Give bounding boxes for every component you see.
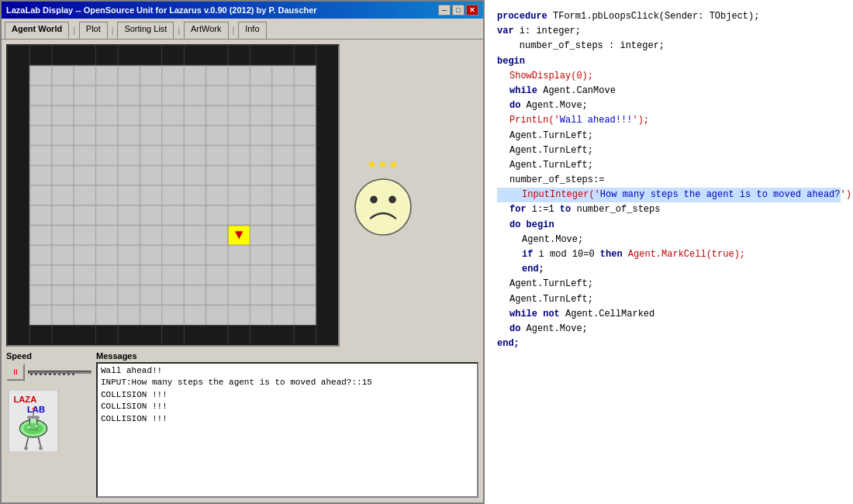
svg-rect-8 bbox=[27, 416, 40, 419]
message-line-3: COLLISION !!! bbox=[101, 389, 474, 401]
tab-divider-4: | bbox=[230, 22, 238, 39]
dot bbox=[40, 373, 42, 375]
code-line-4: begin bbox=[497, 54, 841, 69]
code-line-21: while not Agent.CellMarked bbox=[497, 307, 841, 322]
code-line-12: number_of_steps:= bbox=[497, 173, 841, 188]
smiley-panel: ★ ★ ★ bbox=[346, 44, 420, 347]
speed-dots bbox=[29, 371, 91, 377]
code-line-10: Agent.TurnLeft; bbox=[497, 143, 841, 158]
dot bbox=[54, 373, 56, 375]
code-panel: procedure TForm1.pbLoopsClick(Sender: TO… bbox=[485, 0, 853, 504]
dot bbox=[35, 373, 37, 375]
code-line-16: Agent.Move; bbox=[497, 233, 841, 247]
svg-point-17 bbox=[32, 407, 34, 409]
dot bbox=[44, 373, 47, 375]
code-line-6: while Agent.CanMove bbox=[497, 84, 841, 98]
tab-info[interactable]: Info bbox=[238, 22, 266, 39]
message-line-5: COLLISION !!! bbox=[101, 413, 474, 425]
tab-plot[interactable]: Plot bbox=[79, 22, 108, 39]
svg-point-2 bbox=[389, 195, 396, 203]
speed-panel: Speed ⏸ bbox=[6, 351, 92, 498]
speed-controls: ⏸ bbox=[6, 364, 92, 381]
message-line-4: COLLISION !!! bbox=[101, 401, 474, 413]
speed-label: Speed bbox=[6, 351, 92, 361]
code-line-22: do Agent.Move; bbox=[497, 322, 841, 337]
svg-point-9 bbox=[23, 423, 43, 433]
messages-panel: Messages Wall ahead!! INPUT:How many ste… bbox=[96, 351, 478, 498]
title-text: LazaLab Display -- OpenSource Unit for L… bbox=[6, 5, 317, 15]
speed-slider[interactable] bbox=[28, 371, 92, 374]
tab-artwork[interactable]: ArtWork bbox=[184, 22, 229, 39]
tab-divider-1: | bbox=[70, 22, 78, 39]
star-2: ★ bbox=[378, 154, 387, 173]
dot bbox=[63, 373, 65, 375]
code-line-5: ShowDisplay(0); bbox=[497, 69, 841, 84]
svg-text:LAZA: LAZA bbox=[13, 395, 36, 404]
code-line-8: PrintLn('Wall ahead!!!'); bbox=[497, 113, 841, 128]
svg-point-10 bbox=[28, 426, 30, 428]
svg-point-11 bbox=[36, 425, 37, 426]
messages-box[interactable]: Wall ahead!! INPUT:How many steps the ag… bbox=[96, 362, 478, 498]
svg-point-14 bbox=[24, 447, 28, 450]
title-bar: LazaLab Display -- OpenSource Unit for L… bbox=[2, 2, 483, 19]
grid-container bbox=[6, 44, 340, 347]
code-line-2: var i: integer; bbox=[497, 24, 841, 39]
message-line-2: INPUT:How many steps the agent is to mov… bbox=[101, 377, 474, 388]
star-3: ★ bbox=[389, 154, 399, 173]
grid-canvas bbox=[8, 46, 338, 345]
dot bbox=[72, 373, 74, 375]
code-line-9: Agent.TurnLeft; bbox=[497, 129, 841, 143]
tab-bar: Agent World | Plot | Sorting List | ArtW… bbox=[2, 19, 483, 40]
code-line-15: do begin bbox=[497, 218, 841, 233]
code-line-13: InputInteger('How many steps the agent i… bbox=[497, 188, 841, 202]
code-line-18: end; bbox=[497, 262, 841, 277]
code-line-11: Agent.TurnLeft; bbox=[497, 158, 841, 173]
star-1: ★ bbox=[367, 154, 376, 173]
lazalab-logo: LAZA LAB bbox=[6, 390, 60, 452]
code-line-20: Agent.TurnLeft; bbox=[497, 292, 841, 307]
code-line-3: number_of_steps : integer; bbox=[497, 39, 841, 54]
tab-sorting-list[interactable]: Sorting List bbox=[117, 22, 174, 39]
svg-point-1 bbox=[370, 195, 378, 203]
pause-button[interactable]: ⏸ bbox=[6, 364, 25, 381]
lazalab-window: LazaLab Display -- OpenSource Unit for L… bbox=[0, 0, 485, 504]
code-line-1: procedure TForm1.pbLoopsClick(Sender: TO… bbox=[497, 9, 841, 24]
tab-divider-2: | bbox=[109, 22, 117, 39]
code-line-19: Agent.TurnLeft; bbox=[497, 277, 841, 292]
messages-label: Messages bbox=[96, 351, 478, 361]
bottom-area: Speed ⏸ bbox=[6, 351, 478, 498]
svg-point-0 bbox=[355, 179, 411, 235]
smiley-face bbox=[352, 176, 414, 238]
dot bbox=[49, 373, 51, 375]
dot bbox=[30, 373, 33, 375]
dot bbox=[58, 373, 60, 375]
maximize-button[interactable]: □ bbox=[452, 5, 464, 16]
stars-row: ★ ★ ★ bbox=[367, 154, 398, 173]
code-line-23: end; bbox=[497, 337, 841, 351]
title-bar-buttons: ─ □ ✕ bbox=[438, 5, 478, 16]
code-line-14: for i:=1 to number_of_steps bbox=[497, 202, 841, 217]
tab-divider-3: | bbox=[174, 22, 183, 39]
svg-text:LAB: LAB bbox=[27, 405, 45, 414]
minimize-button[interactable]: ─ bbox=[438, 5, 451, 16]
grid-area: ★ ★ ★ bbox=[6, 44, 478, 347]
main-content: ★ ★ ★ Speed bbox=[2, 40, 483, 502]
code-line-7: do Agent.Move; bbox=[497, 98, 841, 113]
svg-point-15 bbox=[39, 447, 43, 450]
code-line-17: if i mod 10=0 then Agent.MarkCell(true); bbox=[497, 247, 841, 262]
close-button[interactable]: ✕ bbox=[466, 5, 478, 16]
message-line-1: Wall ahead!! bbox=[101, 365, 474, 377]
dot bbox=[67, 373, 70, 375]
tab-agent-world[interactable]: Agent World bbox=[5, 22, 69, 39]
